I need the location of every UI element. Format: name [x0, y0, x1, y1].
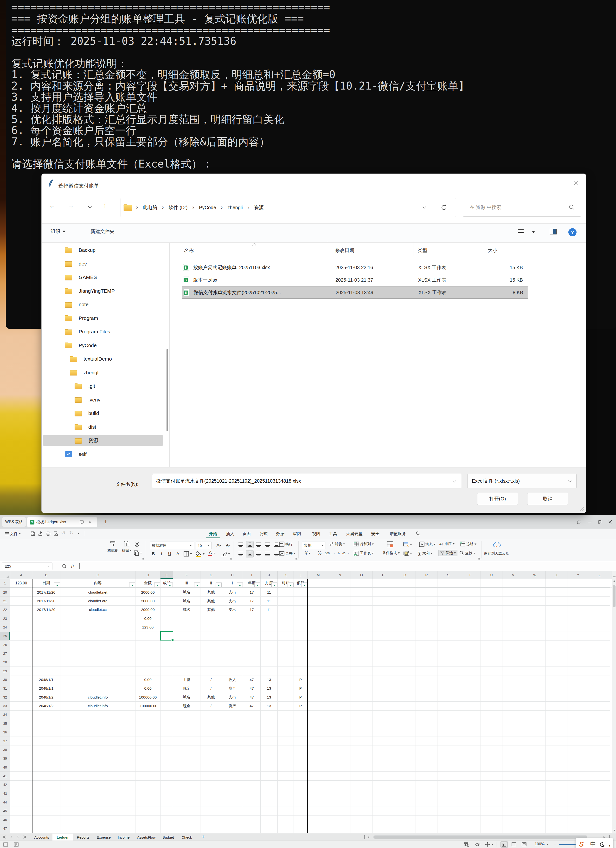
cell-K31[interactable]	[278, 684, 294, 693]
cell-A22[interactable]	[10, 606, 32, 614]
cell-Y24[interactable]	[567, 623, 589, 632]
cell-T30[interactable]	[459, 675, 481, 684]
cell-U24[interactable]	[481, 623, 502, 632]
cell-P31[interactable]	[373, 684, 394, 693]
cell-W30[interactable]	[524, 675, 546, 684]
cell-K35[interactable]	[278, 719, 294, 728]
cell-B42[interactable]	[32, 781, 61, 789]
cell-A47[interactable]	[10, 824, 32, 833]
open-button[interactable]: 打开(O)	[477, 493, 518, 505]
sheet-tab-budget[interactable]: Budget	[159, 833, 178, 841]
cell-S23[interactable]	[437, 614, 459, 623]
column-header-T[interactable]: T	[459, 571, 481, 579]
cell-N20[interactable]	[329, 588, 351, 597]
cell-J38[interactable]	[261, 746, 278, 754]
align-button[interactable]	[255, 550, 262, 557]
cell-V32[interactable]	[502, 693, 524, 702]
cell-K46[interactable]	[278, 815, 294, 824]
cell-N27[interactable]	[329, 649, 351, 658]
row-header-28[interactable]: 28	[0, 658, 10, 667]
cell-H38[interactable]	[222, 746, 243, 754]
cell-H21[interactable]: 支出	[222, 597, 243, 605]
cell-K45[interactable]	[278, 807, 294, 815]
cell-W25[interactable]	[524, 632, 546, 640]
cell-D45[interactable]	[135, 807, 160, 815]
cell-F31[interactable]: 现金	[173, 684, 200, 693]
resize-grip-icon[interactable]	[579, 506, 585, 512]
cell-A42[interactable]	[10, 781, 32, 789]
view-dropdown-icon[interactable]	[532, 231, 535, 233]
cell-D24[interactable]: 123.00	[135, 623, 160, 632]
cell-U40[interactable]	[481, 763, 502, 772]
cell-F44[interactable]	[173, 798, 200, 806]
cell-Q21[interactable]	[394, 597, 416, 605]
cell-I47[interactable]	[243, 824, 261, 833]
cell-O28[interactable]	[351, 658, 373, 667]
cell-F41[interactable]	[173, 772, 200, 780]
cell-F25[interactable]	[173, 632, 200, 640]
row-header-33[interactable]: 33	[0, 702, 10, 710]
ribbon-tab-6[interactable]: 审阅	[289, 529, 305, 539]
cell-M33[interactable]	[308, 702, 329, 710]
cell-F24[interactable]	[173, 623, 200, 632]
cell-W28[interactable]	[524, 658, 546, 667]
cell-K21[interactable]	[278, 597, 294, 605]
sheet-tab-income[interactable]: Income	[114, 833, 133, 841]
cell-P1[interactable]	[373, 579, 394, 587]
font-size-combo[interactable]: 10	[195, 541, 212, 549]
cell-D26[interactable]	[135, 640, 160, 649]
cell-N25[interactable]	[329, 632, 351, 640]
cell-T21[interactable]	[459, 597, 481, 605]
cell-O20[interactable]	[351, 588, 373, 597]
cell-M31[interactable]	[308, 684, 329, 693]
cell-V22[interactable]	[502, 606, 524, 614]
cell-H23[interactable]	[222, 614, 243, 623]
cell-S21[interactable]	[437, 597, 459, 605]
cell-M25[interactable]	[308, 632, 329, 640]
pane-divider[interactable]	[169, 243, 170, 467]
cell-I32[interactable]: 47	[243, 693, 261, 702]
cell-D41[interactable]	[135, 772, 160, 780]
cell-Q24[interactable]	[394, 623, 416, 632]
cell-G40[interactable]	[200, 763, 222, 772]
cell-L39[interactable]	[294, 755, 308, 763]
cell-Q20[interactable]	[394, 588, 416, 597]
filter-dropdown-icon[interactable]	[154, 583, 160, 587]
cell-W38[interactable]	[524, 746, 546, 754]
cell-R34[interactable]	[416, 710, 437, 719]
cell-E37[interactable]	[160, 737, 173, 746]
cell-O29[interactable]	[351, 667, 373, 675]
cell-D28[interactable]	[135, 658, 160, 667]
cell-P34[interactable]	[373, 710, 394, 719]
cell-V26[interactable]	[502, 640, 524, 649]
cell-U41[interactable]	[481, 772, 502, 780]
cell-V44[interactable]	[502, 798, 524, 806]
cell-R32[interactable]	[416, 693, 437, 702]
cell-W44[interactable]	[524, 798, 546, 806]
cell-C36[interactable]	[61, 728, 135, 737]
cell-M23[interactable]	[308, 614, 329, 623]
cell-J31[interactable]: 13	[261, 684, 278, 693]
cell-N44[interactable]	[329, 798, 351, 806]
cell-Q36[interactable]	[394, 728, 416, 737]
cell-C27[interactable]	[61, 649, 135, 658]
cell-Z23[interactable]	[589, 614, 610, 623]
group-expand-icon[interactable]	[478, 557, 481, 560]
cell-W23[interactable]	[524, 614, 546, 623]
cell-P29[interactable]	[373, 667, 394, 675]
cell-K33[interactable]	[278, 702, 294, 710]
cell-L31[interactable]: P	[294, 684, 308, 693]
cell-M26[interactable]	[308, 640, 329, 649]
cell-E44[interactable]	[160, 798, 173, 806]
bold-button[interactable]: B	[150, 550, 157, 557]
cell-H31[interactable]: 资产	[222, 684, 243, 693]
cell-D39[interactable]	[135, 755, 160, 763]
cell-S33[interactable]	[437, 702, 459, 710]
cell-Q31[interactable]	[394, 684, 416, 693]
cell-I46[interactable]	[243, 815, 261, 824]
cell-G39[interactable]	[200, 755, 222, 763]
cell-I45[interactable]	[243, 807, 261, 815]
cell-S36[interactable]	[437, 728, 459, 737]
column-header-K[interactable]: K	[278, 571, 294, 579]
cell-J24[interactable]	[261, 623, 278, 632]
